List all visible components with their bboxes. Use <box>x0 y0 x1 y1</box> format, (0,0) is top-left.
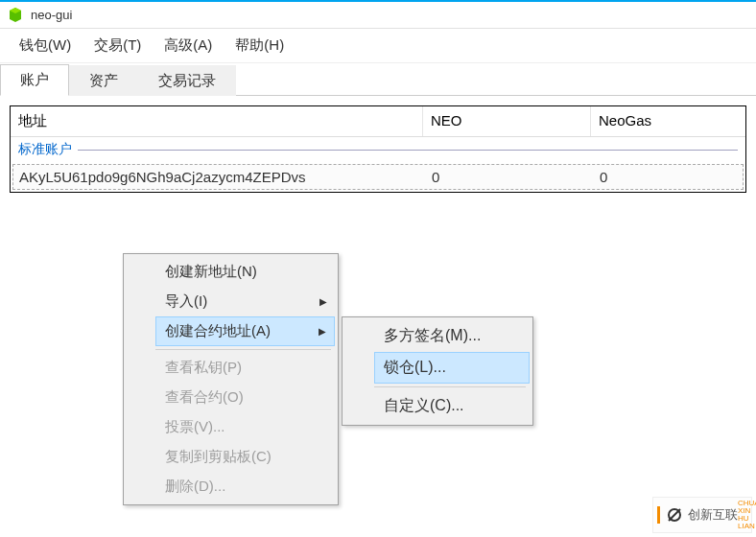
submenu-arrow-icon: ▶ <box>319 326 326 337</box>
submenu-custom[interactable]: 自定义(C)... <box>374 390 530 422</box>
menu-advanced[interactable]: 高级(A) <box>164 36 212 55</box>
menu-label: 查看私钥(P) <box>165 359 242 377</box>
submenu-contract-address: 多方签名(M)... 锁仓(L)... 自定义(C)... <box>342 316 533 426</box>
neo-logo-icon <box>8 8 23 23</box>
menu-separator <box>155 349 331 350</box>
tabs: 账户 资产 交易记录 <box>0 63 756 96</box>
menu-view-private-key: 查看私钥(P) <box>155 353 335 383</box>
submenu-label: 多方签名(M)... <box>384 326 481 346</box>
menu-label: 复制到剪贴板(C) <box>165 448 272 466</box>
tab-asset[interactable]: 资产 <box>69 65 138 96</box>
submenu-lock[interactable]: 锁仓(L)... <box>374 352 530 384</box>
menu-create-contract-address[interactable]: 创建合约地址(A) ▶ <box>155 316 335 346</box>
menu-vote: 投票(V)... <box>155 412 335 442</box>
watermark-text: 创新互联 <box>688 506 738 524</box>
group-divider <box>78 150 738 151</box>
watermark: 创新互联 CHUANG XIN HU LIAN <box>652 497 752 533</box>
submenu-label: 锁仓(L)... <box>384 358 446 378</box>
menu-delete: 删除(D)... <box>155 472 335 502</box>
menu-label: 创建合约地址(A) <box>165 322 271 340</box>
titlebar: neo-gui <box>0 0 756 29</box>
menubar: 钱包(W) 交易(T) 高级(A) 帮助(H) <box>0 29 756 63</box>
accounts-table: 地址 NEO NeoGas 标准账户 AKyL5U61pdo9g6NGh9aCj… <box>10 105 746 193</box>
menu-label: 查看合约(O) <box>165 388 244 407</box>
watermark-logo-icon <box>665 505 684 525</box>
menu-wallet[interactable]: 钱包(W) <box>19 36 71 55</box>
col-header-neogas[interactable]: NeoGas <box>591 106 745 136</box>
menu-copy-clipboard: 复制到剪贴板(C) <box>155 442 335 472</box>
content-area: 地址 NEO NeoGas 标准账户 AKyL5U61pdo9g6NGh9aCj… <box>0 96 756 202</box>
window-title: neo-gui <box>31 8 72 22</box>
menu-help[interactable]: 帮助(H) <box>235 36 284 55</box>
menu-import[interactable]: 导入(I) ▶ <box>155 287 335 316</box>
menu-create-address[interactable]: 创建新地址(N) <box>155 257 335 287</box>
context-menu: 创建新地址(N) 导入(I) ▶ 创建合约地址(A) ▶ 查看私钥(P) 查看合… <box>123 253 339 505</box>
submenu-multisig[interactable]: 多方签名(M)... <box>374 320 530 352</box>
watermark-side-text: CHUANG XIN HU LIAN <box>738 500 747 530</box>
menu-label: 删除(D)... <box>165 478 225 496</box>
submenu-arrow-icon: ▶ <box>319 296 327 307</box>
tab-tx-record[interactable]: 交易记录 <box>138 65 236 96</box>
cell-neo: 0 <box>426 165 594 189</box>
group-standard-account[interactable]: 标准账户 <box>11 137 745 162</box>
menu-view-contract: 查看合约(O) <box>155 383 335 412</box>
tab-account[interactable]: 账户 <box>0 64 69 96</box>
col-header-neo[interactable]: NEO <box>423 106 591 136</box>
submenu-label: 自定义(C)... <box>384 396 464 416</box>
menu-label: 创建新地址(N) <box>165 263 257 281</box>
cell-address: AKyL5U61pdo9g6NGh9aCj2azycm4ZEPDvs <box>13 165 426 189</box>
menu-label: 投票(V)... <box>165 418 225 436</box>
watermark-bar-icon <box>657 506 660 524</box>
submenu-separator <box>374 386 526 387</box>
cell-neogas: 0 <box>594 165 743 189</box>
menu-label: 导入(I) <box>165 292 207 311</box>
menu-icon-gutter <box>127 257 154 502</box>
col-header-address[interactable]: 地址 <box>11 106 423 136</box>
group-label: 标准账户 <box>18 141 72 158</box>
menu-transaction[interactable]: 交易(T) <box>94 36 141 55</box>
table-header: 地址 NEO NeoGas <box>11 106 745 137</box>
table-row[interactable]: AKyL5U61pdo9g6NGh9aCj2azycm4ZEPDvs 0 0 <box>12 164 744 190</box>
